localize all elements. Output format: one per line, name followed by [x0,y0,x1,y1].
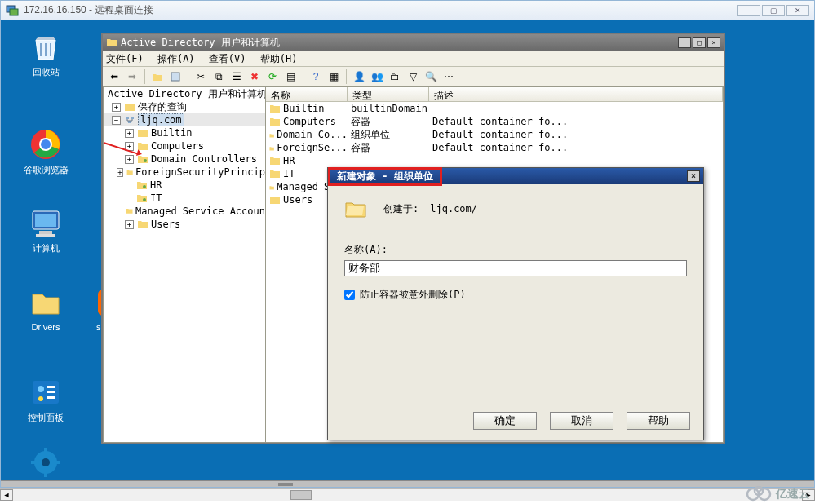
dialog-title-bar[interactable]: 新建对象 - 组织单位 × [328,168,703,184]
expand-toggle[interactable]: + [125,220,134,229]
scroll-thumb[interactable] [290,490,312,500]
created-in-label: 创建于: [383,202,419,216]
delete-icon[interactable]: ✖ [246,69,263,85]
watermark-text: 亿速云 [776,487,810,502]
svg-rect-19 [44,448,47,453]
menu-action[interactable]: 操作(A) [157,53,195,64]
menu-help[interactable]: 帮助(H) [260,53,298,64]
remote-desktop: 回收站 谷歌浏览器 计算机 Drivers S sogou_ 控制面板 [1,20,814,487]
tree-users[interactable]: Users [151,219,180,230]
tree-saved-queries[interactable]: 保存的查询 [138,100,187,114]
maximize-button[interactable]: ▢ [762,5,785,16]
gear-icon[interactable] [17,446,74,482]
back-button[interactable]: ⬅ [106,69,122,85]
list-item[interactable]: BuiltinbuiltinDomain [266,102,723,115]
help-button[interactable]: 帮助 [627,412,690,430]
refresh-icon[interactable]: ⟳ [264,69,281,85]
expand-toggle[interactable]: + [125,155,134,164]
new-ou-dialog: 新建对象 - 组织单位 × 创建于: ljq.com/ 名称(A): 防止容器被… [327,167,704,440]
svg-rect-16 [47,396,55,399]
expand-toggle[interactable]: + [117,168,122,177]
tree-msa[interactable]: Managed Service Accoun [135,206,265,217]
close-button[interactable]: × [687,170,700,182]
folder-icon [269,194,281,206]
help-icon[interactable]: ? [308,69,324,85]
toggle-icon[interactable]: ▦ [326,69,342,85]
cancel-button[interactable]: 取消 [550,412,613,430]
minimize-button[interactable]: _ [678,37,691,48]
cut-icon[interactable]: ✂ [193,69,209,85]
forward-button[interactable]: ➡ [124,69,140,85]
svg-rect-25 [131,117,134,119]
close-button[interactable]: × [707,37,720,48]
more-icon[interactable]: ⋯ [441,69,457,85]
tree-it[interactable]: IT [150,192,162,204]
expand-toggle[interactable]: + [125,129,134,138]
list-item[interactable]: Domain Co...组织单位Default container fo... [266,128,723,141]
rdp-icon [6,4,19,17]
mmc-title-bar[interactable]: Active Directory 用户和计算机 _ □ × [103,34,724,51]
maximize-button[interactable]: □ [693,37,706,48]
folder-icon [269,142,274,153]
list-item[interactable]: Computers容器Default container fo... [266,115,723,128]
find-icon[interactable]: 🔍 [423,69,439,85]
recycle-bin-icon[interactable]: 回收站 [17,30,74,78]
created-in-value: ljq.com/ [430,203,477,214]
svg-point-28 [143,185,146,188]
filter-icon[interactable]: ▽ [405,69,421,85]
minimize-button[interactable]: — [737,5,760,16]
ok-button[interactable]: 确定 [473,412,537,430]
tree-dc[interactable]: Domain Controllers [151,153,257,165]
computer-icon[interactable]: 计算机 [17,206,74,254]
tree-builtin[interactable]: Builtin [151,127,193,139]
expand-toggle[interactable]: + [112,103,121,112]
list-item[interactable]: ForeignSe...容器Default container fo... [266,141,723,154]
menu-bar: 文件(F) 操作(A) 查看(V) 帮助(H) [103,51,724,67]
outer-scrollbar[interactable]: ◄ ► [0,488,815,501]
tree-domain[interactable]: ljq.com [138,113,184,126]
scroll-track[interactable] [13,489,802,501]
copy-icon[interactable]: ⧉ [210,69,227,85]
export-icon[interactable]: ▤ [282,69,299,85]
col-desc[interactable]: 描述 [429,87,723,101]
drivers-label: Drivers [17,322,74,332]
ou-folder-icon [136,192,148,204]
drivers-folder-icon[interactable]: Drivers [17,286,74,332]
menu-view[interactable]: 查看(V) [209,53,246,64]
console-button[interactable] [167,69,184,85]
collapse-toggle[interactable]: − [112,116,121,125]
ou-icon[interactable]: 🗀 [387,69,403,85]
group-icon[interactable]: 👥 [369,69,385,85]
row-type: builtinDomain [348,103,429,114]
row-desc: Default container fo... [429,142,723,153]
folder-icon [137,219,148,230]
svg-point-4 [41,139,51,149]
col-type[interactable]: 类型 [348,87,429,101]
tree-hr[interactable]: HR [150,179,162,191]
row-type: 组织单位 [348,128,429,142]
computer-label: 计算机 [17,242,74,254]
row-name: Builtin [283,103,325,114]
col-name[interactable]: 名称 [266,87,348,101]
list-item[interactable]: HR [266,154,723,167]
folder-icon [269,103,281,114]
tree-view[interactable]: Active Directory 用户和计算机 +保存的查询 −ljq.com … [103,86,266,443]
svg-rect-23 [171,73,179,81]
properties-icon[interactable]: ☰ [228,69,245,85]
user-icon[interactable]: 👤 [351,69,367,85]
close-button[interactable]: ✕ [786,5,809,16]
menu-file[interactable]: 文件(F) [106,53,144,64]
name-input[interactable] [344,260,687,276]
protect-checkbox[interactable] [344,290,355,300]
tree-root[interactable]: Active Directory 用户和计算机 [108,87,266,101]
svg-rect-6 [35,214,56,227]
folder-icon [106,37,117,48]
tree-fsp[interactable]: ForeignSecurityPrincip [135,166,265,178]
control-panel-icon[interactable]: 控制面板 [17,376,74,424]
svg-point-12 [38,386,44,392]
chrome-icon[interactable]: 谷歌浏览器 [17,128,74,176]
up-button[interactable] [149,69,166,85]
mmc-window: Active Directory 用户和计算机 _ □ × 文件(F) 操作(A… [101,33,725,444]
tree-computers[interactable]: Computers [151,140,204,152]
scroll-left-button[interactable]: ◄ [0,489,13,501]
